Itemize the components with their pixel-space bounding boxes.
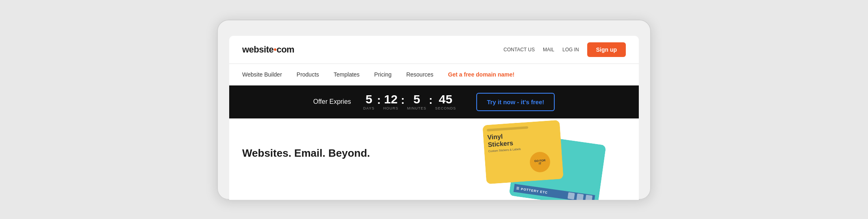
- icon2: [576, 193, 584, 200]
- sep3: :: [429, 94, 432, 106]
- contact-us-link[interactable]: CONTACT US: [503, 47, 535, 53]
- logo-text-before: website: [242, 44, 273, 55]
- offer-text: Offer Expries: [313, 98, 351, 105]
- main-nav: Website Builder Products Templates Prici…: [229, 64, 639, 85]
- signup-button[interactable]: Sign up: [587, 42, 626, 57]
- offer-banner: Offer Expries 5 DAYS : 12 HOURS : 5 MINU…: [229, 85, 639, 118]
- sep1: :: [377, 94, 381, 106]
- nav-pricing[interactable]: Pricing: [374, 64, 392, 85]
- countdown-days: 5 DAYS: [363, 93, 375, 110]
- pottery-text: ☰ POTTERY ETC: [516, 186, 548, 194]
- countdown-minutes: 5 MINUTES: [407, 93, 427, 110]
- device-wrapper: website•com CONTACT US MAIL LOG IN Sign …: [217, 20, 651, 200]
- hero-headline: Websites. Email. Beyond.: [242, 147, 370, 160]
- nav-products[interactable]: Products: [297, 64, 319, 85]
- hero-image-area: ☰ POTTERY ETC: [484, 123, 606, 200]
- icon3: [585, 195, 592, 200]
- hero-section: Websites. Email. Beyond. ☰ POTTERY ETC: [229, 118, 639, 200]
- tablet-front-bar: [487, 126, 528, 131]
- hours-label: HOURS: [383, 106, 399, 110]
- tablet-front: VinylStickers Custom Stickers & Labels G…: [482, 120, 564, 184]
- logo-text-after: com: [276, 44, 294, 55]
- minutes-label: MINUTES: [407, 106, 427, 110]
- mail-link[interactable]: MAIL: [543, 47, 554, 53]
- logo: website•com: [242, 44, 294, 55]
- minutes-value: 5: [413, 93, 420, 105]
- top-nav-right: CONTACT US MAIL LOG IN Sign up: [503, 42, 626, 57]
- hours-value: 12: [384, 93, 397, 105]
- nav-promo[interactable]: Get a free domain name!: [448, 64, 514, 85]
- nav-resources[interactable]: Resources: [406, 64, 434, 85]
- browser-chrome: website•com CONTACT US MAIL LOG IN Sign …: [229, 36, 639, 200]
- countdown: 5 DAYS : 12 HOURS : 5 MINUTES : 45 SECON…: [363, 93, 456, 110]
- days-value: 5: [365, 93, 372, 105]
- days-label: DAYS: [363, 106, 375, 110]
- countdown-seconds: 45 SECONDS: [435, 93, 456, 110]
- pottery-bar: ☰ POTTERY ETC: [514, 184, 595, 199]
- top-nav: website•com CONTACT US MAIL LOG IN Sign …: [229, 36, 639, 64]
- icon1: [568, 192, 575, 199]
- countdown-hours: 12 HOURS: [383, 93, 399, 110]
- seconds-label: SECONDS: [435, 106, 456, 110]
- banner-cta-button[interactable]: Try it now - it's free!: [476, 93, 555, 111]
- tablet-back-icons: [568, 192, 593, 200]
- tablet-front-screen: VinylStickers Custom Stickers & Labels: [482, 120, 564, 184]
- circle-text: GO FORIT: [534, 159, 546, 165]
- sep2: :: [401, 94, 405, 106]
- tablet-front-title: VinylStickers: [487, 129, 557, 148]
- seconds-value: 45: [439, 93, 452, 105]
- login-link[interactable]: LOG IN: [562, 47, 579, 53]
- nav-website-builder[interactable]: Website Builder: [242, 64, 282, 85]
- hero-text: Websites. Email. Beyond.: [242, 135, 370, 160]
- nav-templates[interactable]: Templates: [334, 64, 360, 85]
